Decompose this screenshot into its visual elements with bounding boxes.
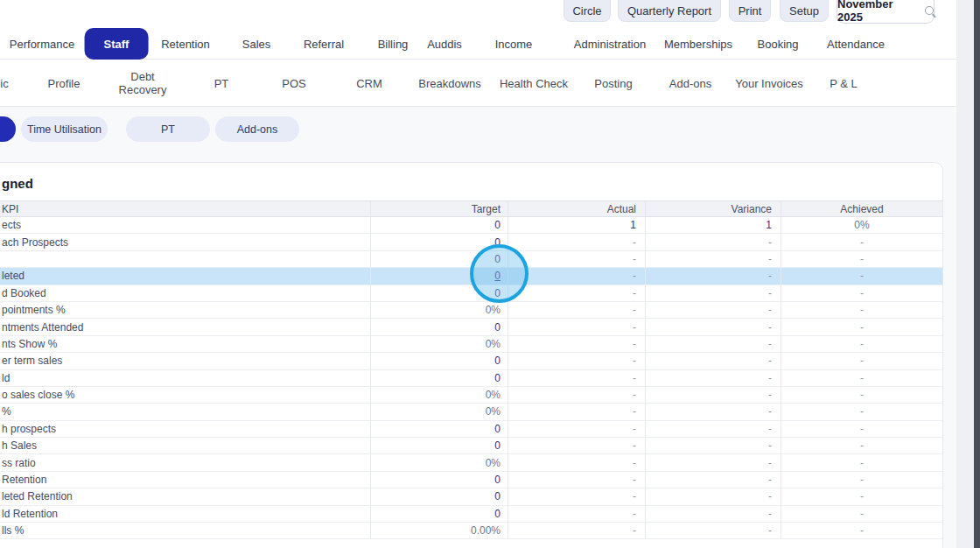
tab-sales[interactable]: Sales [242, 29, 271, 59]
target-value: 0.00% [471, 524, 500, 537]
kpi-table: KPITargetActualVarianceAchievedects0110%… [0, 200, 942, 539]
tab-memberships[interactable]: Memberships [664, 29, 732, 59]
kpi-achieved-cell: - [780, 472, 942, 488]
filter-pill-pt[interactable]: PT [126, 116, 210, 142]
tab-staff[interactable]: Staff [85, 28, 149, 60]
kpi-target-cell: 0.00% [370, 523, 508, 538]
subnav-item-debt-recovery[interactable]: Debt Recovery [106, 60, 180, 107]
kpi-target-cell: 0 [370, 488, 508, 504]
tab-billing[interactable]: Billing [378, 29, 409, 59]
kpi-achieved-cell: - [780, 506, 942, 522]
toolbar-button-setup[interactable]: Setup [780, 0, 829, 22]
variance-value: - [768, 405, 772, 418]
target-value: 0% [486, 457, 500, 469]
achieved-value: - [860, 321, 864, 334]
kpi-variance-cell: - [645, 285, 780, 301]
kpi-row: Retention0--- [0, 472, 942, 488]
actual-value: - [633, 321, 636, 334]
kpi-variance-cell: - [645, 319, 780, 334]
variance-value: - [768, 321, 772, 334]
target-value: 0 [494, 423, 500, 435]
kpi-row: nts Show %0%--- [0, 336, 942, 353]
tab-performance[interactable]: Performance [10, 29, 74, 59]
toolbar-button-print[interactable]: Print [729, 0, 771, 22]
kpi-actual-cell: - [508, 251, 645, 267]
kpi-achieved-cell: - [780, 387, 942, 403]
kpi-variance-cell: - [645, 488, 780, 504]
actual-value: - [633, 253, 636, 265]
kpi-variance-cell: - [645, 421, 780, 437]
toolbar-button-quarterly-report[interactable]: Quarterly Report [618, 0, 721, 22]
tab-administration[interactable]: Administration [574, 29, 646, 59]
subnav-item-crm[interactable]: CRM [356, 60, 382, 107]
kpi-target-cell: 0 [370, 421, 508, 437]
kpi-table-header: KPITargetActualVarianceAchieved [0, 200, 942, 217]
actual-value: - [633, 389, 636, 401]
kpi-label: ld [0, 370, 370, 386]
kpi-target-cell: 0 [370, 217, 508, 233]
achieved-value: - [860, 439, 864, 452]
tab-attendance[interactable]: Attendance [827, 29, 885, 59]
kpi-variance-cell: - [645, 302, 780, 318]
search-icon [925, 6, 934, 15]
subnav-item-pt[interactable]: PT [214, 60, 229, 107]
variance-value: - [768, 457, 772, 469]
actual-value: - [633, 439, 636, 452]
column-header-kpi: KPI [0, 201, 370, 216]
kpi-variance-cell: - [645, 472, 780, 488]
column-header-target: Target [370, 201, 508, 216]
kpi-actual-cell: - [508, 438, 645, 453]
achieved-value: - [860, 236, 864, 249]
kpi-actual-cell: - [508, 523, 645, 538]
subnav-item-health-check[interactable]: Health Check [500, 60, 568, 107]
kpi-label: lls % [0, 523, 370, 538]
kpi-actual-cell: - [508, 353, 645, 369]
kpi-label [0, 251, 370, 267]
kpi-variance-cell: - [645, 251, 780, 267]
kpi-actual-cell: - [508, 454, 645, 470]
subnav-item-pos[interactable]: POS [282, 60, 305, 107]
kpi-row: %0%--- [0, 404, 942, 420]
kpi-row: er term sales0--- [0, 353, 942, 369]
tab-booking[interactable]: Booking [758, 29, 799, 59]
subnav-item-breakdowns[interactable]: Breakdowns [418, 60, 481, 107]
subnav-item-ic[interactable]: ic [0, 60, 8, 107]
kpi-variance-cell: 1 [645, 217, 780, 233]
kpi-variance-cell: - [645, 336, 780, 352]
kpi-label: h prospects [0, 421, 370, 437]
actual-value: - [633, 287, 636, 299]
variance-value: - [768, 304, 772, 316]
tab-retention[interactable]: Retention [161, 29, 210, 59]
kpi-achieved-cell: - [780, 438, 942, 453]
kpi-label: leted Retention [0, 488, 370, 504]
achieved-value: - [860, 474, 864, 486]
tab-auddis[interactable]: Auddis [427, 29, 462, 59]
actual-value: - [633, 508, 636, 520]
filter-pill-add-ons[interactable]: Add-ons [215, 116, 299, 142]
kpi-actual-cell: - [508, 234, 645, 249]
achieved-value: - [860, 524, 864, 537]
kpi-variance-cell: - [645, 353, 780, 369]
kpi-label: o sales close % [0, 387, 370, 403]
kpi-target-cell: 0% [370, 336, 508, 352]
kpi-label: % [0, 404, 370, 419]
tab-income[interactable]: Income [495, 29, 533, 59]
kpi-label: er term sales [0, 353, 370, 369]
tab-referral[interactable]: Referral [304, 29, 344, 59]
subnav-item-p-l[interactable]: P & L [830, 60, 858, 107]
subnav-item-add-ons[interactable]: Add-ons [669, 60, 711, 107]
kpi-achieved-cell: - [780, 268, 942, 284]
filter-pill-time-utilisation[interactable]: Time Utilisation [21, 116, 108, 142]
subnav-item-profile[interactable]: Profile [48, 60, 80, 107]
window-edge-dark-bar [974, 0, 980, 548]
kpi-target-cell: 0 [370, 472, 508, 488]
toolbar-button-circle[interactable]: Circle [564, 0, 611, 22]
kpi-actual-cell: - [508, 387, 645, 403]
kpi-achieved-cell: - [780, 302, 942, 318]
kpi-achieved-cell: - [780, 488, 942, 504]
actual-value: - [633, 405, 636, 418]
period-selector[interactable]: November 2025 [836, 0, 934, 24]
subnav-item-posting[interactable]: Posting [594, 60, 632, 107]
kpi-variance-cell: - [645, 404, 780, 419]
subnav-item-your-invoices[interactable]: Your Invoices [735, 60, 803, 107]
